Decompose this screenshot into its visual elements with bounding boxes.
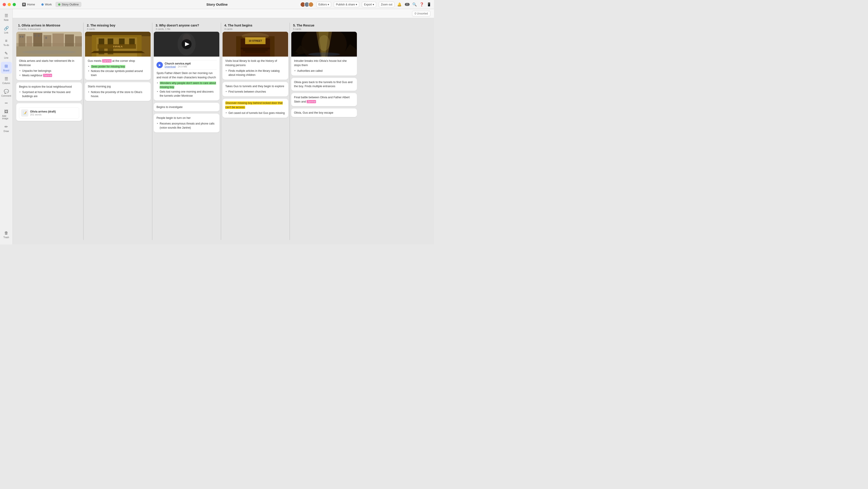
card-explore-list: Surprised at how similar the houses and … [19, 90, 79, 98]
card-turn-on-her: People begin to turn on her Receives ano… [154, 114, 219, 133]
svg-rect-39 [243, 49, 268, 51]
minimize-button[interactable] [8, 3, 11, 6]
tab-bar: M Home Work Story Outline [20, 2, 82, 7]
download-link[interactable]: Download [165, 65, 176, 68]
card-library-text: Visits local library to look up the hist… [225, 59, 285, 67]
svg-rect-4 [27, 36, 32, 47]
card-olivia-draft[interactable]: 📝 Olivia arrives (draft) 201 words [16, 103, 82, 121]
traffic-lights [3, 3, 16, 6]
card-library-list: Finds multiple articles in the library c… [225, 69, 285, 77]
play-icon[interactable]: ▶ [156, 62, 163, 68]
card-library: 10 STREET Visits local library to look u… [222, 32, 288, 80]
sidebar-item-more[interactable]: ••• [1, 100, 12, 107]
titlebar: M Home Work Story Outline Story Outline … [0, 0, 434, 9]
sidebar: ☰ Note 🔗 Link ≡ To-do ✎ Line ⊞ Board ☰ C… [0, 9, 13, 244]
card-olivia-arrives-list: Unpacks her belongings Meets neighbour J… [19, 69, 79, 78]
doc-info: Olivia arrives (draft) 201 words [30, 110, 56, 116]
list-item: Notices the proximity of the store to Ol… [88, 90, 148, 98]
fullscreen-button[interactable] [13, 3, 16, 6]
publish-share-button[interactable]: Publish & share ▾ [334, 2, 359, 7]
column-3: 3. Why doesn't anyone care? 3 cards, 1 f… [154, 23, 219, 240]
doc-row[interactable]: 📝 Olivia arrives (draft) 201 words [19, 107, 79, 119]
page-title: Story Outline [206, 2, 227, 6]
sidebar-item-board[interactable]: ⊞ Board [1, 62, 12, 74]
zoom-out-button[interactable]: Zoom out [379, 2, 395, 7]
sidebar-item-note[interactable]: ☰ Note [1, 11, 12, 23]
list-item: Sees poster for missing boy [88, 64, 148, 68]
sidebar-item-add-image[interactable]: 🖼 Add image [1, 108, 12, 121]
notification-icon[interactable]: 🔔 [397, 2, 402, 6]
file-size-value: 24.9 MB [178, 65, 187, 68]
card-explore-neighbourhood: Begins to explore the local neighbourhoo… [16, 82, 82, 101]
tab-story-outline[interactable]: Story Outline [55, 2, 82, 7]
divider-3 [221, 23, 221, 240]
board[interactable]: 1. Olivia arrives in Montrose 3 cards, 1… [13, 18, 434, 244]
street-sign-text: 10 STREET [249, 39, 262, 42]
card-missing-boy-text: Discover missing boy behind locked door … [225, 101, 285, 110]
search-icon[interactable]: 🔍 [412, 2, 417, 6]
card-image-video [154, 32, 219, 57]
close-button[interactable] [3, 3, 6, 6]
note-icon: ☰ [4, 13, 8, 18]
sidebar-item-comment[interactable]: 💬 Comment [1, 87, 12, 99]
list-item: Surprised at how similar the houses and … [19, 90, 79, 98]
column-3-meta: 3 cards, 1 file [156, 28, 218, 30]
column-4-title: 4. The hunt begins [224, 24, 286, 27]
highlight-janine: Janine [43, 74, 52, 77]
card-missing-boy-body: Discover missing boy behind locked door … [222, 99, 288, 118]
card-investigate-body: Begins to investigate [154, 103, 219, 112]
sidebar-item-link[interactable]: 🔗 Link [1, 24, 12, 36]
card-explore-text: Begins to explore the local neighbourhoo… [19, 85, 79, 89]
column-3-header: 3. Why doesn't anyone care? 3 cards, 1 f… [154, 23, 219, 32]
zoom-label: Zoom out [381, 3, 393, 6]
unsorted-button[interactable]: 0 Unsorted [412, 11, 430, 16]
tab-work[interactable]: Work [39, 2, 55, 7]
card-final-battle-body: Final battle between Olivia and Father A… [291, 93, 357, 106]
topbar-right: Editors ▾ Publish & share ▾ Export ▾ Zoo… [302, 2, 431, 7]
list-item: Authorities are called [294, 69, 354, 73]
list-item: Meets neighbour Janine [19, 74, 79, 78]
doc-words: 201 words [30, 113, 56, 116]
card-final-battle: Final battle between Olivia and Father A… [291, 93, 357, 106]
doc-name: Olivia arrives (draft) [30, 110, 56, 113]
sidebar-item-draw[interactable]: ✏ Draw [1, 122, 12, 134]
card-image-street [16, 32, 82, 57]
doc-icon: 📝 [21, 109, 28, 117]
sidebar-item-column-label: Column [2, 82, 10, 84]
highlight-wonders: Wonders why people don't seem to care ab… [160, 82, 216, 89]
card-image-tunnel: 10 STREET [222, 32, 288, 57]
list-item: Receives anonymous threats and phone cal… [156, 121, 217, 130]
tab-home[interactable]: M Home [20, 2, 38, 7]
card-tunnels: Takes Gus to tunnels and they begin to e… [222, 82, 288, 97]
highlight-poster: Sees poster for missing boy [91, 65, 125, 68]
work-dot [41, 3, 44, 6]
sidebar-item-trash[interactable]: 🗑 Trash [1, 229, 12, 240]
sidebar-item-column[interactable]: ☰ Column [1, 75, 12, 86]
card-olivia-arrives-body: Olivia arrives and starts her retirement… [16, 57, 82, 80]
card-church-service: ▶ Church service.mp4 Download · 24.9 MB … [154, 32, 219, 100]
sidebar-item-draw-label: Draw [4, 130, 9, 133]
column-1-title: 1. Olivia arrives in Montrose [18, 24, 80, 27]
sidebar-item-note-label: Note [4, 19, 9, 21]
export-button[interactable]: Export ▾ [362, 2, 376, 7]
editors-button[interactable]: Editors ▾ [316, 2, 331, 7]
column-4: 4. The hunt begins 4 cards [222, 23, 288, 240]
help-icon[interactable]: ❓ [420, 2, 424, 6]
sidebar-item-line[interactable]: ✎ Line [1, 49, 12, 61]
card-tunnels-text: Takes Gus to tunnels and they begin to e… [225, 84, 285, 88]
column-3-title: 3. Why doesn't anyone care? [156, 24, 218, 27]
card-library-body: Visits local library to look up the hist… [222, 57, 288, 80]
sidebar-item-todo[interactable]: ≡ To-do [1, 37, 12, 48]
publish-label: Publish & share [336, 3, 355, 6]
svg-rect-38 [241, 48, 270, 49]
card-turn-text: People begin to turn on her [156, 116, 217, 120]
cave-image-svg [291, 32, 357, 57]
tunnel-image-svg: 10 STREET [222, 32, 288, 57]
device-icon[interactable]: 📱 [427, 2, 431, 6]
file-row: ▶ Church service.mp4 Download · 24.9 MB [156, 60, 217, 70]
highlight-janine-3: Janine [307, 100, 316, 103]
column-2-cards: FANALA Gus meets Janine at the corner sh… [85, 32, 151, 240]
publish-chevron-icon: ▾ [356, 3, 357, 6]
card-escape-body: Olivia, Gus and the boy escape [291, 109, 357, 117]
card-intruder: Intruder breaks into Olivia's house but … [291, 32, 357, 76]
